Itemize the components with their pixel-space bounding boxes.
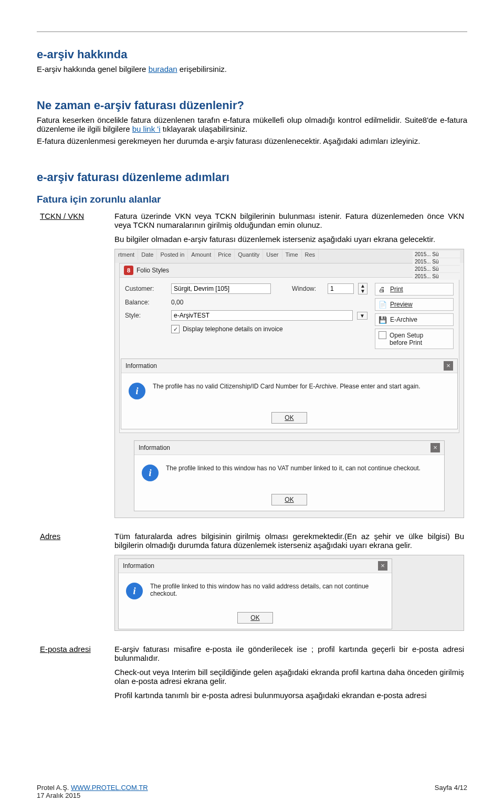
info-icon: i (129, 383, 145, 399)
screenshot-folio: rtment Date Posted in Amount Price Quant… (114, 249, 464, 518)
cell: 2015... Sü (413, 258, 460, 266)
text: Tüm faturalarda adres bilgisinin girilmi… (114, 532, 464, 550)
info-message: The profile has no valid Citizenship/ID … (153, 383, 450, 390)
para-when-1: Fatura keserken öncelikle fatura düzenle… (37, 115, 467, 133)
ok-button[interactable]: OK (271, 494, 307, 505)
cell: 2015... Sü (413, 273, 460, 280)
col: User (263, 249, 282, 260)
fields-table: TCKN / VKN Fatura üzerinde VKN veya TCKN… (37, 208, 467, 708)
close-icon[interactable]: × (444, 361, 453, 371)
link-buradan[interactable]: buradan (149, 65, 177, 73)
footer-link[interactable]: WWW.PROTEL.COM.TR (71, 784, 148, 792)
row-label: Adres (37, 529, 111, 641)
text: E-arşiv faturası misafire e-posta ile gö… (114, 645, 464, 662)
col: Time (282, 249, 302, 260)
top-rule (37, 31, 467, 32)
cell: 2015... Sü (413, 251, 460, 258)
earchive-button[interactable]: E-Archive (375, 313, 454, 326)
close-icon[interactable]: × (378, 561, 387, 571)
dialog-title: Information (123, 562, 154, 570)
info-message: The profile linked to this window has no… (166, 465, 437, 472)
customer-field[interactable] (171, 283, 271, 294)
row-label: E-posta adresi (37, 641, 111, 708)
col: Amount (188, 249, 215, 260)
window-field[interactable] (328, 283, 354, 294)
dialog-title: Information (139, 444, 170, 451)
checkbox-label: Display telephone details on invoice (183, 325, 283, 333)
text: Bu bilgiler olmadan e-arşiv faturası düz… (114, 235, 464, 244)
heading-required: Fatura için zorunlu alanlar (37, 194, 467, 205)
text: erişebilirsiniz. (177, 65, 227, 73)
folio-buttons: Print Preview E-Archive Open Setup befor… (375, 283, 454, 349)
col: rtment (115, 249, 138, 260)
label-window: Window: (292, 285, 323, 292)
table-row: Adres Tüm faturalarda adres bilgisinin g… (37, 529, 467, 641)
table-row: E-posta adresi E-arşiv faturası misafire… (37, 641, 467, 708)
col: Quantity (235, 249, 263, 260)
info-dialog-vat: Information × i The profile linked to th… (134, 440, 445, 511)
row-body: Tüm faturalarda adres bilgisinin girilmi… (111, 529, 467, 641)
preview-button[interactable]: Preview (375, 298, 454, 311)
window-badge: 8 (124, 266, 133, 275)
row-label: TCKN / VKN (37, 208, 111, 529)
grid-header: rtment Date Posted in Amount Price Quant… (115, 249, 464, 263)
dialog-title: Information (125, 362, 157, 370)
info-icon: i (126, 583, 143, 599)
footer-page: Sayfa 4/12 (435, 784, 467, 799)
heading-steps: e-arşiv faturası düzenleme adımları (37, 171, 467, 184)
display-phone-checkbox[interactable]: ✓ (171, 325, 180, 333)
document-page: e-arşiv hakkında E-arşiv hakkında genel … (0, 0, 504, 812)
label-customer: Customer: (125, 285, 167, 292)
col: Price (215, 249, 235, 260)
table-row: TCKN / VKN Fatura üzerinde VKN veya TCKN… (37, 208, 467, 529)
info-dialog-address: Information × i The profile linked to th… (118, 558, 392, 629)
col: Res (302, 249, 319, 260)
text: E-arşiv hakkında genel bilgilere (37, 65, 149, 73)
text: Profil kartında tanımlı bir e-posta adre… (114, 691, 464, 700)
print-button[interactable]: Print (375, 283, 454, 296)
checkbox-icon (379, 331, 386, 339)
text: Check-out veya Interim bill seçildiğinde… (114, 668, 464, 686)
heading-when: Ne zaman e-arşiv faturası düzenlenir? (37, 99, 467, 112)
ok-button[interactable]: OK (237, 612, 272, 624)
info-icon: i (142, 465, 159, 481)
footer-company: Protel A.Ş. (37, 784, 71, 792)
info-dialog-idcard: Information × i The profile has no valid… (121, 358, 458, 429)
text: Fatura keserken öncelikle fatura düzenle… (37, 115, 467, 133)
grid-columns: rtment Date Posted in Amount Price Quant… (115, 249, 464, 260)
row-body: Fatura üzerinde VKN veya TCKN bilgilerin… (111, 208, 467, 529)
para-when-2: E-fatura düzenlenmesi gerekmeyen her dur… (37, 136, 467, 145)
close-icon[interactable]: × (430, 443, 440, 452)
link-bulink[interactable]: bu link 'i (132, 124, 161, 133)
chevron-down-icon[interactable]: ▼ (357, 312, 368, 320)
ok-button[interactable]: OK (271, 412, 307, 424)
para-about: E-arşiv hakkında genel bilgilere buradan… (37, 65, 467, 73)
footer-left: Protel A.Ş. WWW.PROTEL.COM.TR 17 Aralık … (37, 784, 148, 799)
screenshot-address-info: Information × i The profile linked to th… (114, 555, 464, 631)
document-icon (379, 301, 387, 308)
col: Posted in (157, 249, 188, 260)
style-field[interactable] (171, 310, 353, 321)
open-setup-button[interactable]: Open Setup before Print (375, 329, 454, 349)
label-balance: Balance: (125, 299, 167, 306)
folio-styles-dialog: 8 Folio Styles × 2015... Sü 2015... Sü 2… (119, 263, 459, 433)
col: Date (138, 249, 157, 260)
page-footer: Protel A.Ş. WWW.PROTEL.COM.TR 17 Aralık … (37, 784, 467, 799)
row-body: E-arşiv faturası misafire e-posta ile gö… (111, 641, 467, 708)
stepper-icon[interactable]: ▲▼ (358, 283, 368, 294)
disk-icon (379, 316, 387, 323)
print-icon (379, 286, 387, 293)
label-style: Style: (125, 312, 167, 319)
text: tıklayarak ulaşabilirsiniz. (161, 124, 248, 133)
text: Fatura üzerinde VKN veya TCKN bilgilerin… (114, 212, 464, 229)
footer-date: 17 Aralık 2015 (37, 792, 80, 799)
grid-right-snippet: 2015... Sü 2015... Sü 2015... Sü 2015...… (413, 251, 460, 280)
info-message: The profile linked to this window has no… (150, 583, 384, 597)
heading-about: e-arşiv hakkında (37, 48, 467, 61)
dialog-titlebar: 8 Folio Styles × (120, 263, 459, 278)
dialog-title: Folio Styles (136, 267, 169, 274)
balance-value: 0,00 (171, 299, 183, 306)
folio-form: Customer: Window: ▲▼ Balance: 0,00 (125, 283, 368, 349)
cell: 2015... Sü (413, 266, 460, 273)
